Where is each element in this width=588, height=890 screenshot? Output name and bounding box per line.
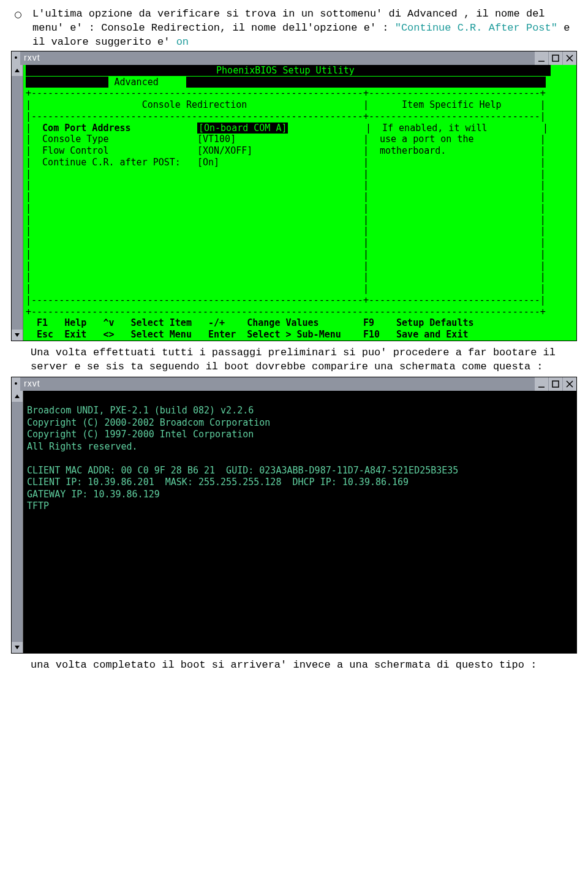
minimize-button[interactable] (535, 377, 548, 391)
close-button[interactable] (563, 51, 576, 65)
scroll-up-icon[interactable] (12, 391, 23, 402)
scrollbar[interactable] (12, 391, 23, 653)
scroll-up-icon[interactable] (12, 65, 23, 76)
svg-rect-1 (552, 381, 559, 387)
close-button[interactable] (563, 377, 576, 391)
window-title: rxvt (20, 52, 534, 64)
bios-screen: PhoenixBIOS Setup Utility Advanced +----… (23, 65, 576, 341)
window-title: rxvt (20, 378, 534, 390)
pxe-window: • rxvt Broadcom UNDI, PXE-2.1 (build 082… (11, 377, 577, 654)
window-menu-icon[interactable]: • (12, 377, 20, 391)
bullet-icon (15, 12, 21, 18)
window-titlebar: • rxvt (12, 51, 576, 65)
outro-paragraph: una volta completato il boot si arrivera… (31, 658, 577, 673)
mid-paragraph: Una volta effettuati tutti i passaggi pr… (31, 346, 577, 374)
maximize-button[interactable] (549, 377, 562, 391)
scroll-down-icon[interactable] (12, 330, 23, 341)
svg-rect-0 (552, 55, 559, 61)
minimize-button[interactable] (535, 51, 548, 65)
intro-text: L'ultima opzione da verificare si trova … (32, 7, 577, 50)
scroll-down-icon[interactable] (12, 642, 23, 653)
scroll-track[interactable] (12, 76, 23, 330)
bios-window: • rxvt PhoenixBIOS Setup Utility Advanc (11, 51, 577, 341)
window-menu-icon[interactable]: • (12, 51, 20, 65)
window-titlebar: • rxvt (12, 377, 576, 391)
scroll-track[interactable] (12, 402, 23, 642)
intro-bullet: L'ultima opzione da verificare si trova … (11, 7, 577, 50)
intro-val: on (176, 36, 189, 48)
scrollbar[interactable] (12, 65, 23, 341)
maximize-button[interactable] (549, 51, 562, 65)
intro-opt: "Continue C.R. After Post" (395, 22, 557, 34)
terminal-screen: Broadcom UNDI, PXE-2.1 (build 082) v2.2.… (23, 391, 576, 653)
